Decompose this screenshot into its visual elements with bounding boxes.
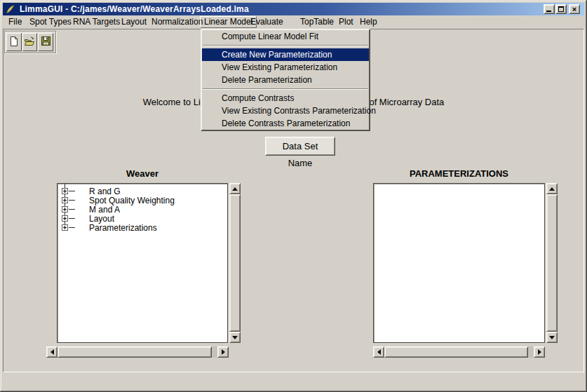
expand-plus-icon[interactable] — [62, 215, 68, 222]
menu-help[interactable]: Help — [360, 15, 377, 28]
title-bar[interactable]: LimmaGUI - C:/james/Weaver/WeaverArraysL… — [3, 3, 584, 15]
tree-item-label[interactable]: Spot Quality Weighting — [89, 196, 175, 205]
tree-row: R and G — [58, 187, 227, 196]
maximize-button[interactable] — [555, 4, 567, 14]
tree-item-label[interactable]: Parameterizations — [89, 223, 157, 233]
close-icon: × — [569, 5, 579, 13]
scroll-up-button[interactable] — [546, 183, 558, 194]
scrollbar-thumb[interactable] — [546, 194, 558, 332]
menu-file[interactable]: File — [8, 15, 22, 28]
tree-row: Layout — [58, 214, 227, 224]
arrow-left-icon — [50, 349, 54, 355]
arrow-up-icon — [549, 187, 555, 191]
arrow-left-icon — [377, 349, 381, 355]
new-document-icon — [9, 36, 19, 49]
maximize-icon — [558, 6, 564, 12]
parameterizations-listbox[interactable] — [373, 183, 545, 343]
scroll-down-button[interactable] — [546, 332, 558, 343]
tk-feather-icon — [5, 4, 16, 14]
left-horizontal-scrollbar[interactable] — [46, 346, 229, 358]
tree-row: Spot Quality Weighting — [58, 196, 227, 205]
menu-rna-targets[interactable]: RNA Targets — [73, 15, 120, 28]
expand-plus-icon[interactable] — [62, 197, 68, 203]
tree-item-label[interactable]: R and G — [89, 187, 121, 196]
expand-plus-icon[interactable] — [62, 206, 68, 212]
tree-item-label[interactable]: Layout — [89, 214, 114, 224]
scroll-right-button[interactable] — [217, 346, 229, 358]
weaver-tree-listbox[interactable]: R and G Spot Quality Weighting M and A L… — [57, 183, 228, 343]
scroll-left-button[interactable] — [46, 346, 58, 358]
right-horizontal-scrollbar[interactable] — [373, 346, 545, 358]
window-controls: × — [543, 4, 580, 15]
scrollbar-thumb[interactable] — [384, 346, 528, 358]
arrow-up-icon — [232, 187, 238, 191]
minimize-icon — [546, 11, 551, 12]
limmagui-window: LimmaGUI - C:/james/Weaver/WeaverArraysL… — [0, 0, 587, 392]
expand-plus-icon[interactable] — [62, 188, 68, 194]
menu-item-compute-contrasts[interactable]: Compute Contrasts — [202, 92, 369, 104]
open-folder-icon — [24, 36, 36, 49]
minimize-button[interactable] — [544, 4, 555, 14]
menu-normalization[interactable]: Normalization — [151, 15, 203, 28]
menu-bar: File Spot Types RNA Targets Layout Norma… — [3, 15, 584, 28]
menu-item-delete-parameterization[interactable]: Delete Parameterization — [202, 74, 369, 86]
open-file-button[interactable] — [22, 33, 38, 51]
menu-item-view-existing-contrasts-parameterization[interactable]: View Existing Contrasts Parameterization — [202, 104, 369, 117]
scrollbar-thumb[interactable] — [229, 194, 241, 332]
linear-model-dropdown-menu: Compute Linear Model Fit Create New Para… — [201, 29, 370, 131]
menu-linear-model[interactable]: Linear Model — [200, 16, 257, 28]
menu-spot-types[interactable]: Spot Types — [29, 15, 72, 28]
arrow-right-icon — [222, 349, 225, 355]
menu-item-view-existing-parameterization[interactable]: View Existing Parameterization — [202, 61, 369, 74]
expand-plus-icon[interactable] — [62, 224, 68, 231]
scroll-left-button[interactable] — [373, 346, 384, 358]
data-set-name-button[interactable]: Data Set Name — [265, 137, 335, 156]
new-file-button[interactable] — [6, 33, 22, 51]
menu-separator — [203, 88, 368, 90]
menu-item-delete-contrasts-parameterization[interactable]: Delete Contrasts Parameterization — [202, 117, 369, 130]
menu-plot[interactable]: Plot — [339, 15, 353, 28]
menu-separator — [203, 45, 368, 46]
window-title: LimmaGUI - C:/james/Weaver/WeaverArraysL… — [20, 4, 249, 14]
weaver-tree: R and G Spot Quality Weighting M and A L… — [58, 184, 227, 342]
menu-item-compute-linear-model-fit[interactable]: Compute Linear Model Fit — [202, 30, 369, 43]
right-vertical-scrollbar[interactable] — [546, 183, 558, 343]
scroll-right-button[interactable] — [534, 346, 545, 358]
save-button[interactable] — [38, 33, 53, 51]
arrow-down-icon — [232, 336, 238, 339]
tree-row: Parameterizations — [58, 223, 227, 233]
menu-layout[interactable]: Layout — [121, 15, 147, 28]
menu-toptable[interactable]: TopTable — [300, 15, 334, 28]
menu-item-create-new-parameterization[interactable]: Create New Parameterization — [202, 48, 369, 61]
save-icon — [41, 36, 51, 48]
right-panel-title: PARAMETERIZATIONS — [373, 168, 545, 180]
left-vertical-scrollbar[interactable] — [229, 183, 241, 343]
arrow-right-icon — [538, 349, 541, 355]
toolbar — [4, 31, 56, 53]
tree-row: M and A — [58, 205, 227, 215]
menu-evaluate[interactable]: Evaluate — [250, 15, 283, 28]
scroll-up-button[interactable] — [229, 183, 241, 194]
scroll-down-button[interactable] — [229, 332, 241, 343]
tree-item-label[interactable]: M and A — [89, 205, 120, 215]
close-button[interactable]: × — [569, 4, 580, 14]
left-panel-title: Weaver — [57, 168, 228, 180]
arrow-down-icon — [549, 336, 555, 339]
scrollbar-thumb[interactable] — [58, 346, 212, 358]
